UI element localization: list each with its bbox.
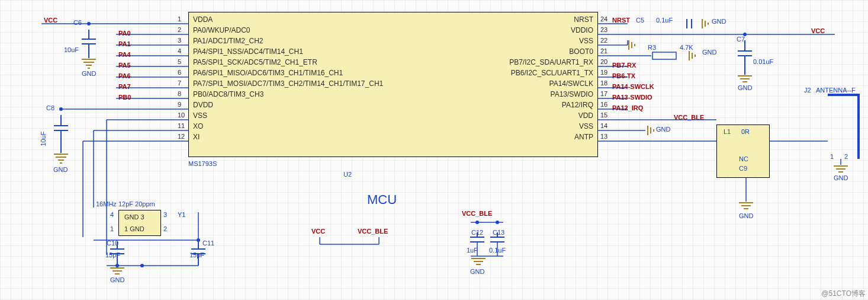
cap-c13-ref: C13 [493, 229, 504, 236]
pin-right-18: PA14/SWCLK [549, 79, 593, 88]
pwr-vccble-1: VCC_BLE [674, 114, 704, 121]
net-pa14: PA14-SWCLK [612, 83, 654, 90]
pin-right-23: VDDIO [571, 26, 593, 34]
svg-rect-80 [652, 52, 676, 59]
pinnum-right-18: 18 [600, 79, 607, 87]
pin-right-16: PA12/IRQ [562, 101, 593, 109]
pin-left-5: PA5/SPI1_SCK/ADC5/TIM2_CH1_ETR [193, 58, 317, 66]
cap-c12-val: 1uF [467, 247, 478, 254]
pinnum-left-10: 10 [178, 111, 185, 119]
net-PA1: PA1 [118, 40, 131, 47]
pwr-vcc-1: VCC [44, 17, 57, 24]
pin-left-3: PA1/ADC1/TIM2_CH2 [193, 37, 263, 45]
svg-point-1 [87, 22, 91, 25]
cap-c7-ref: C7 [737, 36, 745, 43]
svg-point-46 [140, 264, 144, 267]
pinnum-left-2: 2 [178, 26, 181, 33]
xtal-p3: GND 3 [124, 213, 144, 221]
pin-left-4: PA4/SPI1_NSS/ADC4/TIM14_CH1 [193, 47, 303, 56]
net-pa13: PA13-SWDIO [612, 94, 652, 101]
pwr-vccble-2: VCC_BLE [462, 210, 492, 217]
res-r3-val: 4.7K [680, 44, 693, 51]
gnd-c9: GND [739, 212, 753, 219]
pin-right-20: PB7/I2C_SDA/UART1_RX [509, 58, 593, 66]
net-pb7: PB7-RX [612, 62, 636, 69]
pinnum-right-14: 14 [600, 122, 607, 129]
ind-l1-ref: L1 [724, 128, 731, 135]
pin-right-17: PA13/SWDIO [551, 90, 593, 98]
pinnum-right-23: 23 [600, 26, 607, 33]
pin-left-11: XO [193, 122, 203, 130]
xtal-spec: 16MHz 12pF 20ppm [96, 200, 155, 208]
pin-left-1: VDDA [193, 15, 213, 24]
net-PA7: PA7 [118, 83, 131, 90]
cap-c9-ref: C9 [739, 165, 747, 172]
pinnum-right-22: 22 [600, 37, 607, 44]
gnd-c1213: GND [470, 268, 484, 275]
schematic-title: MCU [367, 192, 397, 208]
xtal-ref: Y1 [178, 211, 185, 218]
cap-c8-val: 10uF [40, 131, 47, 146]
pinnum-left-9: 9 [178, 101, 181, 108]
net-PA4: PA4 [118, 51, 131, 58]
svg-point-106 [496, 221, 499, 224]
gnd-2: GND [53, 166, 67, 173]
cap-c10-ref: C10 [107, 240, 118, 247]
cap-c7-val: 0.01uF [753, 58, 773, 65]
svg-point-18 [59, 107, 63, 111]
pin-left-2: PA0/WKUP/ADC0 [193, 26, 250, 34]
net-PA6: PA6 [118, 72, 131, 79]
cap-c5-ref: C5 [636, 17, 644, 24]
xtal-n3: 3 [163, 211, 167, 218]
gnd-xtal: GND [110, 276, 124, 283]
pinnum-left-6: 6 [178, 69, 181, 76]
pinnum-left-7: 7 [178, 79, 181, 87]
pin-left-10: VSS [193, 111, 207, 120]
ic-part: MS1793S [188, 160, 217, 167]
cap-c10-val: 15pF [105, 251, 120, 258]
gnd-p14: GND [656, 126, 670, 133]
pinnum-right-20: 20 [600, 58, 607, 65]
net-nrst: NRST [612, 17, 630, 24]
cap-c13-val: 0.1uF [489, 247, 506, 254]
cap-c6-ref: C6 [73, 19, 82, 26]
pin-right-13: ANTP [574, 133, 593, 141]
schematic-canvas: @51CTO博客 VDDA1PA0/WKUP/ADC02PA1/ADC1/TIM… [0, 0, 868, 300]
pinnum-right-19: 19 [600, 69, 607, 76]
net-PA5: PA5 [118, 62, 131, 69]
res-r3-ref: R3 [648, 44, 656, 51]
ant-ref: J2 [804, 87, 811, 94]
pinnum-left-4: 4 [178, 47, 181, 55]
pin-left-7: PA7/SPI1_MOSI/ADC7/TIM3_CH2/TIM14_CH1/TI… [193, 79, 383, 88]
pin-right-21: BOOT0 [569, 47, 593, 56]
net-PA0: PA0 [118, 30, 131, 37]
ind-l1-val: 0R [741, 128, 750, 135]
pin-right-15: VDD [578, 111, 593, 120]
pinnum-left-12: 12 [178, 133, 185, 140]
ant-label: ANTENNA--F [816, 87, 856, 94]
xtal-n2: 2 [163, 225, 167, 232]
cap-c11-val: 15pF [189, 251, 204, 258]
cap-c11-ref: C11 [202, 240, 214, 247]
cap-c8-ref: C8 [46, 104, 54, 111]
pinnum-right-21: 21 [600, 47, 607, 55]
watermark: @51CTO博客 [821, 289, 866, 299]
gnd-r3: GND [702, 49, 716, 56]
gnd-1: GND [82, 70, 96, 77]
pwr-vcc-jumper: VCC [311, 228, 325, 235]
xtal-n4: 4 [110, 211, 114, 218]
svg-point-105 [475, 221, 479, 224]
pin-right-14: VSS [579, 122, 593, 130]
net-pb6: PB6-TX [612, 72, 635, 79]
pin-right-22: VSS [579, 37, 593, 45]
ic-ref: U2 [343, 171, 352, 178]
svg-point-45 [115, 264, 119, 267]
cap-c5-val: 0.1uF [656, 17, 673, 24]
pinnum-left-3: 3 [178, 37, 181, 44]
pin-left-9: DVDD [193, 101, 213, 109]
pinnum-left-8: 8 [178, 90, 181, 97]
pin-right-19: PB6/I2C_SCL/UART1_TX [511, 69, 593, 77]
net-pa12: PA12_IRQ [612, 104, 643, 111]
pwr-vcc-2: VCC [811, 27, 825, 34]
pin-left-8: PB0/ADC8/TIM3_CH3 [193, 90, 263, 98]
